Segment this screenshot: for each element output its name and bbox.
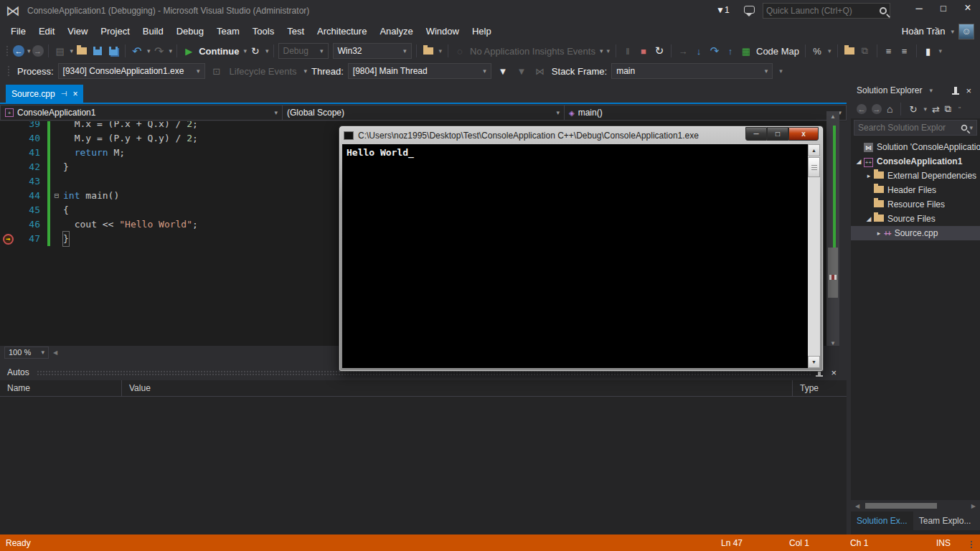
tree-item-resource-files[interactable]: Resource Files: [851, 197, 980, 212]
menu-item-tools[interactable]: Tools: [246, 22, 281, 41]
menu-item-test[interactable]: Test: [281, 22, 311, 41]
navigate-back-button[interactable]: ←: [13, 45, 24, 57]
expander-expanded-icon[interactable]: ◢: [854, 158, 864, 165]
copy-parallel-button[interactable]: ⧉: [858, 43, 872, 59]
solution-explorer-header[interactable]: Solution Explorer ▾ ×: [851, 81, 980, 100]
redo-button[interactable]: ↷: [152, 43, 166, 59]
restart-debugging-button[interactable]: ↻: [652, 43, 666, 59]
back-button[interactable]: ←: [857, 104, 867, 114]
continue-button[interactable]: Continue: [197, 43, 240, 59]
redo-dropdown[interactable]: ▾: [169, 47, 173, 55]
stop-debugging-button[interactable]: ■: [636, 43, 651, 59]
breakpoint-margin[interactable]: [0, 217, 16, 232]
menu-item-edit[interactable]: Edit: [32, 22, 61, 41]
app-insights-dropdown[interactable]: ▾: [600, 47, 603, 55]
restart-button[interactable]: ↻: [248, 43, 263, 59]
navigate-back-dropdown[interactable]: ▾: [27, 47, 31, 55]
lifecycle-events-dropdown[interactable]: ▾: [304, 67, 308, 75]
toolbar-grip[interactable]: [7, 65, 10, 77]
menu-item-window[interactable]: Window: [420, 22, 466, 41]
scroll-up-arrow[interactable]: ▲: [826, 111, 839, 121]
platform-combo[interactable]: Win32 ▾: [333, 43, 412, 59]
code-map-button[interactable]: Code Map: [755, 43, 801, 59]
pending-changes-filter-button[interactable]: ↻: [909, 104, 917, 115]
filter-flagged-button[interactable]: ▼: [514, 63, 529, 79]
filter-threads-button[interactable]: ▼: [496, 63, 510, 79]
console-window[interactable]: C:\Users\noz1995\Desktop\Test\ConsoleApp…: [339, 126, 824, 372]
new-file-dropdown[interactable]: ▾: [70, 47, 74, 55]
close-panel-icon[interactable]: ×: [828, 367, 839, 378]
console-scrollbar[interactable]: ▲ ▼: [808, 144, 820, 368]
expander-collapsed-icon[interactable]: ▸: [874, 230, 884, 237]
toolbar-overflow[interactable]: ": [956, 105, 962, 113]
fold-collapse-icon[interactable]: ⊟: [50, 189, 63, 203]
continue-run-icon[interactable]: ▶: [182, 43, 196, 59]
tab-source-cpp[interactable]: Source.cpp ⊣ ×: [6, 85, 83, 103]
solution-configuration-combo[interactable]: Debug ▾: [278, 43, 329, 59]
save-all-button[interactable]: [106, 43, 121, 59]
tab-team-explorer[interactable]: Team Explo...: [913, 512, 977, 530]
maximize-button[interactable]: □: [931, 0, 956, 16]
solution-explorer-search-box[interactable]: ▾: [854, 120, 977, 136]
bookmark-button[interactable]: ▮: [921, 43, 936, 59]
autos-body[interactable]: [0, 397, 847, 535]
notifications-flag-icon[interactable]: ▼1: [716, 5, 730, 15]
console-scroll-up-arrow[interactable]: ▲: [808, 144, 820, 156]
forward-button[interactable]: →: [872, 104, 882, 114]
tab-solution-explorer[interactable]: Solution Ex...: [851, 512, 913, 530]
tree-item-header-files[interactable]: Header Files: [851, 183, 980, 197]
editor-vertical-scrollbar[interactable]: ▲ ▼: [826, 111, 839, 348]
breakpoint-margin[interactable]: [0, 131, 16, 146]
break-all-button[interactable]: ‖: [621, 43, 635, 59]
breakpoints-button[interactable]: %: [810, 43, 824, 59]
thread-combo[interactable]: [9804] Main Thread ▾: [348, 63, 491, 79]
feedback-icon[interactable]: [744, 6, 755, 16]
breakpoint-margin[interactable]: [0, 203, 16, 217]
find-in-files-button[interactable]: [421, 43, 435, 59]
close-panel-icon[interactable]: ×: [963, 85, 974, 96]
pin-tab-icon[interactable]: ⊣: [61, 90, 67, 98]
tree-item-solution-consoleapplication1[interactable]: ⋈Solution 'ConsoleApplication1': [851, 140, 980, 154]
menu-item-architecture[interactable]: Architecture: [311, 22, 373, 41]
sync-with-active-document-button[interactable]: ⇄: [932, 104, 940, 115]
save-button[interactable]: [90, 43, 105, 59]
indent-decrease-button[interactable]: ≡: [882, 43, 896, 59]
column-type[interactable]: Type: [793, 380, 847, 396]
console-scroll-down-arrow[interactable]: ▼: [808, 356, 820, 368]
undo-button[interactable]: ↶: [130, 43, 144, 59]
toolbar-overflow[interactable]: ▾: [604, 47, 611, 55]
nav-project-combo[interactable]: + ConsoleApplication1 ▾: [0, 105, 283, 121]
chevron-down-icon[interactable]: ▾: [929, 87, 933, 94]
open-file-button[interactable]: [75, 43, 89, 59]
menu-item-debug[interactable]: Debug: [170, 22, 210, 41]
menu-item-file[interactable]: File: [4, 22, 32, 41]
menu-item-build[interactable]: Build: [136, 22, 170, 41]
lifecycle-events-button[interactable]: Lifecycle Events: [228, 63, 298, 79]
toolbar-overflow[interactable]: ▾: [937, 47, 944, 55]
toolbar-grip[interactable]: [6, 45, 9, 57]
toolbar-overflow[interactable]: ▾: [777, 67, 784, 75]
home-button[interactable]: ⌂: [887, 103, 892, 115]
tree-item-source-cpp[interactable]: ▸++Source.cpp: [851, 226, 980, 240]
column-name[interactable]: Name: [0, 380, 122, 396]
close-button[interactable]: ×: [956, 0, 980, 16]
minimize-button[interactable]: ─: [907, 0, 931, 16]
undo-dropdown[interactable]: ▾: [147, 47, 151, 55]
breakpoint-margin[interactable]: [0, 189, 16, 203]
pin-icon[interactable]: [954, 87, 957, 94]
menu-item-analyze[interactable]: Analyze: [373, 22, 419, 41]
nav-member-combo[interactable]: ◈ main() ▾: [565, 105, 847, 121]
search-dropdown[interactable]: ▾: [969, 124, 973, 131]
step-out-button[interactable]: ↑: [723, 43, 738, 59]
show-next-statement-button[interactable]: →: [676, 43, 690, 59]
solution-explorer-hscrollbar[interactable]: ◀ ▶: [851, 500, 980, 512]
solution-search-input[interactable]: [858, 123, 961, 133]
step-into-button[interactable]: ↓: [692, 43, 706, 59]
menu-item-help[interactable]: Help: [466, 22, 498, 41]
toolbar-overflow[interactable]: ▾: [826, 47, 833, 55]
breakpoint-margin[interactable]: [0, 160, 16, 174]
breakpoint-margin[interactable]: [0, 146, 16, 160]
menu-item-view[interactable]: View: [61, 22, 94, 41]
close-tab-icon[interactable]: ×: [72, 89, 77, 99]
nav-scope-combo[interactable]: (Global Scope) ▾: [283, 105, 565, 121]
